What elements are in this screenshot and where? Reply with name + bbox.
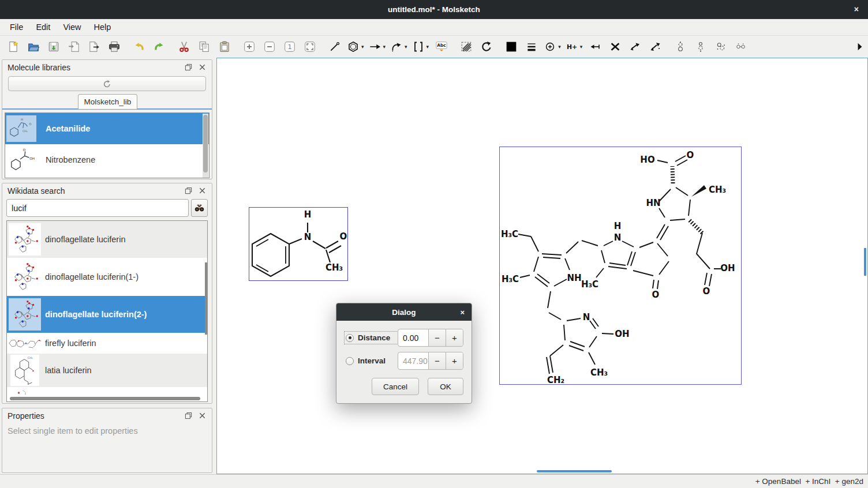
acetanilide-molecule[interactable]: H N O CH₃	[249, 207, 348, 281]
search-button[interactable]	[191, 199, 208, 217]
save-button[interactable]	[45, 38, 62, 55]
text-button[interactable]: Abc	[433, 38, 450, 55]
dialog-titlebar[interactable]: Dialog ×	[336, 303, 472, 321]
new-file-button[interactable]	[5, 38, 22, 55]
charge-button[interactable]: ▾	[543, 38, 562, 55]
zoom-out-button[interactable]	[261, 38, 278, 55]
list-item-latia-luciferin[interactable]: CH₃ latia luciferin	[7, 354, 207, 387]
close-panel-icon[interactable]	[199, 187, 207, 195]
scrollbar-thumb[interactable]	[203, 115, 208, 172]
zoom-original-button[interactable]: 1	[281, 38, 298, 55]
mechanism-arrow-button[interactable]: ▾	[390, 38, 409, 55]
dropdown-arrow-icon[interactable]: ▾	[580, 44, 583, 50]
undo-button[interactable]	[130, 38, 148, 55]
list-item-firefly-luciferin[interactable]: firefly luciferin	[7, 333, 207, 354]
atom-cluster-button[interactable]	[692, 38, 709, 55]
close-panel-icon[interactable]	[199, 63, 207, 72]
search-input[interactable]	[6, 199, 189, 217]
luciferin-molecule[interactable]: HO O CH₃ HN H N H₃C H₃C NH H₃C O OH O N …	[499, 147, 742, 385]
refresh-libraries-button[interactable]	[8, 76, 206, 91]
canvas-horizontal-scrollbar[interactable]	[537, 470, 612, 472]
hatch-region-button[interactable]	[458, 38, 475, 55]
drawing-canvas[interactable]: H N O CH₃	[216, 58, 868, 474]
svg-text:1: 1	[288, 43, 292, 50]
svg-text:N: N	[614, 232, 622, 243]
rotate-button[interactable]	[478, 38, 495, 55]
redo-button[interactable]	[151, 38, 168, 55]
atom-cluster-button[interactable]	[712, 38, 729, 55]
open-file-button[interactable]	[25, 38, 42, 55]
close-panel-icon[interactable]	[199, 412, 207, 420]
undo-icon	[133, 41, 145, 52]
zoom-in-button[interactable]	[241, 38, 258, 55]
ok-button[interactable]: OK	[428, 378, 463, 395]
reaction-arrow-button[interactable]: ▾	[368, 38, 387, 55]
interval-value-field[interactable]: 447.90	[398, 352, 428, 369]
list-item-dinoflagellate-luciferin[interactable]: dinoflagellate luciferin	[7, 221, 207, 258]
scrollbar-track[interactable]	[203, 114, 208, 178]
atom-cluster-button[interactable]	[732, 38, 750, 55]
atom-cluster-button[interactable]	[672, 38, 689, 55]
bracket-button[interactable]: ▾	[411, 38, 431, 55]
canvas-vertical-scrollbar[interactable]	[864, 248, 866, 276]
stereo-down-button[interactable]	[647, 38, 664, 55]
cancel-button[interactable]: Cancel	[372, 378, 419, 395]
interval-radio[interactable]: Interval	[345, 355, 398, 367]
radio-unselected-icon[interactable]	[346, 357, 354, 365]
dinoflagellate-luciferin-thumbnail	[9, 223, 41, 256]
electron-pair-button[interactable]	[586, 38, 604, 55]
horizontal-scrollbar-thumb[interactable]	[10, 397, 200, 400]
stereo-down-icon	[650, 41, 661, 52]
tab-molsketch-lib[interactable]: Molsketch_lib	[78, 94, 137, 109]
dropdown-arrow-icon[interactable]: ▾	[383, 44, 386, 50]
distance-radio[interactable]: Distance	[345, 332, 398, 344]
export-button[interactable]	[85, 38, 103, 55]
menu-item-help[interactable]: Help	[88, 21, 118, 33]
increment-button[interactable]: +	[446, 352, 463, 369]
line-width-button[interactable]	[523, 38, 540, 55]
zoom-original-icon: 1	[284, 41, 295, 52]
list-item-nitrobenzene[interactable]: OOH Nitrobenzene	[5, 144, 209, 175]
dropdown-arrow-icon[interactable]: ▾	[426, 44, 429, 50]
new-file-icon	[8, 41, 19, 52]
open-file-icon	[28, 41, 39, 52]
cut-button[interactable]	[175, 38, 193, 55]
delete-button[interactable]	[607, 38, 624, 55]
decrement-button[interactable]: −	[428, 352, 446, 369]
color-swatch-button[interactable]	[503, 38, 520, 55]
hydrogen-button[interactable]: H+▾	[565, 38, 584, 55]
dropdown-arrow-icon[interactable]: ▾	[405, 44, 407, 50]
float-panel-icon[interactable]	[185, 187, 193, 195]
import-button[interactable]	[65, 38, 83, 55]
distance-value-field[interactable]: 0.00	[398, 329, 428, 346]
window-close-button[interactable]: ×	[854, 5, 859, 14]
increment-button[interactable]: +	[446, 329, 463, 346]
dialog-close-button[interactable]: ×	[460, 308, 465, 317]
save-icon	[48, 41, 59, 52]
float-panel-icon[interactable]	[185, 412, 193, 420]
print-icon	[108, 41, 120, 52]
menu-item-file[interactable]: File	[3, 21, 29, 33]
copy-button[interactable]	[196, 38, 213, 55]
draw-bond-button[interactable]	[326, 38, 343, 55]
float-panel-icon[interactable]	[185, 63, 193, 72]
list-item-dinoflagellate-luciferin-2[interactable]: dinoflagellate luciferin(2-)	[7, 296, 207, 333]
radio-selected-icon[interactable]	[346, 334, 354, 342]
decrement-button[interactable]: −	[428, 329, 446, 346]
sidebar: Molecule libraries Molsketch_lib HOCH₃ A…	[0, 58, 216, 474]
delete-icon	[609, 41, 621, 52]
zoom-fit-button[interactable]	[301, 38, 319, 55]
menu-item-edit[interactable]: Edit	[29, 21, 57, 33]
list-item-dinoflagellate-luciferin-1[interactable]: dinoflagellate luciferin(1-)	[7, 258, 207, 296]
panel-title: Wikidata search	[8, 186, 65, 196]
list-item-acetanilide[interactable]: HOCH₃ Acetanilide	[5, 113, 209, 144]
menu-item-view[interactable]: View	[57, 21, 87, 33]
dropdown-arrow-icon[interactable]: ▾	[558, 44, 561, 50]
dropdown-arrow-icon[interactable]: ▾	[361, 44, 364, 50]
ring-button[interactable]: ▾	[346, 38, 365, 55]
stereo-up-button[interactable]	[627, 38, 644, 55]
paste-button[interactable]	[216, 38, 233, 55]
vertical-scrollbar-thumb[interactable]	[205, 262, 207, 335]
toolbar-extension-icon[interactable]	[856, 42, 863, 51]
print-button[interactable]	[106, 38, 123, 55]
